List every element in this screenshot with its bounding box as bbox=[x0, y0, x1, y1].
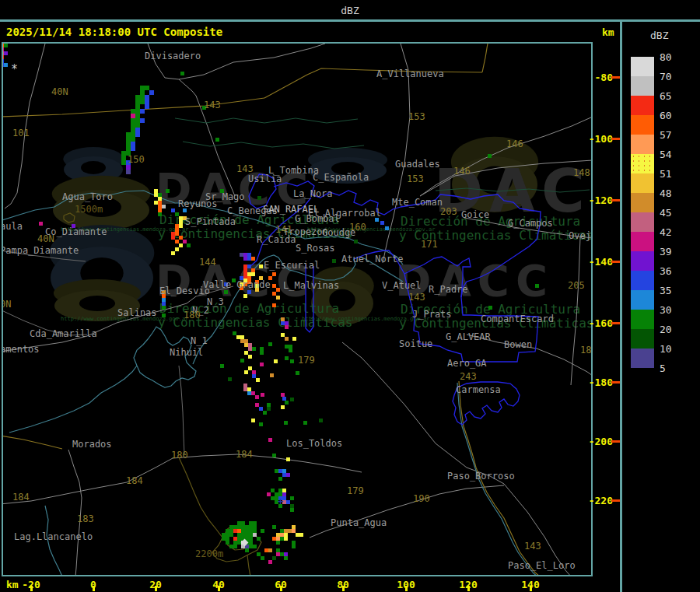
radar-echo-pixel bbox=[4, 44, 8, 47]
color-scale-legend: dBZ 807065605754514845423936353020105 bbox=[622, 22, 700, 592]
road-line bbox=[3, 454, 362, 504]
place-name-label: Mte_Coman bbox=[392, 198, 443, 208]
radar-echo-pixel bbox=[259, 422, 263, 426]
place-name-label: Atuel_Norte bbox=[341, 254, 403, 264]
right-axis-tick bbox=[611, 76, 620, 79]
legend-swatch bbox=[631, 310, 654, 329]
radar-echo-pixel bbox=[255, 395, 259, 399]
legend-value: 80 bbox=[660, 51, 672, 63]
bottom-axis-tick bbox=[342, 586, 345, 591]
place-name-label: Bowen bbox=[504, 340, 532, 350]
legend-swatch bbox=[631, 154, 654, 173]
radar-echo-pixel bbox=[257, 537, 261, 541]
radar-echo-pixel bbox=[286, 457, 290, 461]
radar-echo-pixel bbox=[354, 240, 358, 243]
radar-echo-pixel bbox=[319, 419, 323, 422]
place-name-label: Los_Toldos bbox=[286, 439, 342, 449]
route-number-label: 153 bbox=[407, 174, 424, 184]
route-number-label: 146 bbox=[453, 166, 471, 177]
legend-value: 54 bbox=[660, 149, 672, 160]
place-name-label: L_Malvinas bbox=[283, 281, 339, 291]
radar-echo-pixel bbox=[179, 243, 183, 247]
legend-swatch bbox=[631, 251, 654, 271]
place-name-label: N_3 bbox=[207, 297, 224, 307]
route-number-label: 183 bbox=[77, 514, 94, 524]
road-line bbox=[175, 118, 358, 123]
radar-echo-pixel bbox=[278, 477, 282, 481]
place-name-label: S_Pintada bbox=[185, 217, 236, 227]
radar-echo-pixel bbox=[243, 294, 247, 298]
radar-echo-pixel bbox=[248, 355, 252, 359]
bottom-axis-tick bbox=[467, 586, 470, 591]
radar-echo-pixel bbox=[180, 72, 184, 75]
legend-swatch bbox=[631, 271, 654, 290]
legend-value: 57 bbox=[660, 129, 672, 141]
route-number-label: 148 bbox=[573, 168, 590, 178]
route-number-label: 243 bbox=[460, 372, 477, 382]
route-number-label: 203 bbox=[440, 207, 457, 217]
bottom-axis-tick bbox=[93, 586, 95, 591]
radar-echo-pixel bbox=[380, 221, 384, 225]
bottom-axis-unit: km bbox=[6, 579, 19, 590]
plus-marker: + bbox=[278, 499, 283, 505]
right-axis-label: -220 bbox=[589, 495, 613, 506]
radar-map-canvas: DACCDACCDACCDACCDirección de Agricultura… bbox=[3, 44, 591, 575]
right-axis-tick bbox=[611, 499, 620, 502]
map-layers: DACCDACCDACCDACCDirección de Agricultura… bbox=[3, 44, 591, 575]
legend-value: 10 bbox=[660, 343, 672, 355]
route-number-label: 143 bbox=[524, 541, 541, 552]
radar-echo-pixel bbox=[284, 556, 288, 560]
radar-echo-pixel bbox=[224, 290, 228, 294]
place-name-label: C_Española bbox=[313, 173, 369, 183]
asterisk-marker: * bbox=[11, 65, 18, 73]
radar-echo-pixel bbox=[162, 205, 166, 208]
place-name-label: Valle Grande bbox=[203, 280, 271, 290]
radar-echo-pixel bbox=[220, 364, 224, 368]
route-number-label: 184 bbox=[12, 492, 30, 503]
radar-echo-pixel bbox=[488, 154, 492, 158]
radar-echo-pixel bbox=[268, 342, 272, 346]
right-axis-label: -80 bbox=[595, 72, 613, 83]
right-axis-tick bbox=[611, 138, 620, 140]
radar-echo-pixel bbox=[270, 373, 274, 377]
legend-swatch bbox=[631, 349, 654, 368]
radar-echo-pixel bbox=[140, 118, 145, 123]
legend-swatch bbox=[631, 212, 654, 232]
radar-echo-pixel bbox=[244, 370, 248, 374]
legend-title: dBZ bbox=[650, 30, 668, 41]
watermark-url-text: http://www.contingencias.mendoza.gov.ar bbox=[302, 316, 429, 322]
road-line bbox=[183, 142, 364, 149]
page-title: dBZ bbox=[341, 5, 359, 16]
route-number-label: 0N bbox=[3, 300, 11, 310]
legend-value: 65 bbox=[660, 90, 672, 102]
place-name-label: R_Caida bbox=[257, 235, 296, 245]
radar-echo-pixel bbox=[149, 90, 154, 95]
radar-echo-pixel bbox=[284, 537, 288, 541]
right-axis-tick bbox=[611, 199, 620, 201]
route-number-label: 184 bbox=[126, 476, 143, 486]
radar-echo-pixel bbox=[272, 303, 276, 307]
radar-app-window: dBZ 2025/11/14 18:18:00 UTC Composite km… bbox=[0, 0, 700, 592]
road-line bbox=[264, 68, 482, 98]
radar-echo-pixel bbox=[332, 259, 336, 263]
radar-echo-pixel bbox=[285, 401, 289, 405]
radar-echo-pixel bbox=[253, 545, 257, 548]
map-vector-layer: DACCDACCDACCDACCDirección de Agricultura… bbox=[3, 44, 591, 575]
radar-echo-pixel bbox=[245, 548, 249, 552]
bottom-axis-tick bbox=[280, 586, 282, 591]
radar-echo-pixel bbox=[39, 222, 43, 226]
radar-echo-pixel bbox=[140, 109, 145, 114]
radar-echo-pixel bbox=[135, 132, 140, 137]
legend-swatch bbox=[631, 135, 654, 154]
place-name-label: Soitue bbox=[399, 339, 432, 349]
radar-echo-pixel bbox=[240, 359, 244, 363]
legend-value: 42 bbox=[660, 226, 672, 238]
place-name-label: Pampa_Diamante bbox=[3, 246, 79, 256]
place-name-label: R_Padre bbox=[429, 285, 468, 295]
place-name-label: Cda_Amarilla bbox=[30, 329, 97, 339]
right-axis-label: -100 bbox=[589, 133, 613, 145]
route-number-label: 18 bbox=[580, 345, 591, 356]
legend-value: 51 bbox=[660, 168, 672, 180]
bottom-axis-tick bbox=[530, 586, 532, 591]
radar-echo-pixel bbox=[385, 226, 389, 230]
